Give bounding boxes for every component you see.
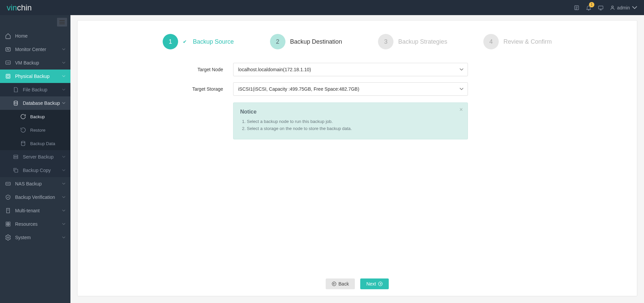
notice-close-button[interactable]: × [459,106,463,113]
nav-label: VM Backup [15,60,62,66]
sidebar: Home Monitor Center VM VM Backup Physica… [0,15,70,303]
nav-label: Monitor Center [15,47,62,52]
nav-monitor-center[interactable]: Monitor Center [0,43,70,56]
nav-label: System [15,235,62,240]
header-right: 1 admin [574,5,637,11]
notice-title: Notice [240,109,461,115]
arrow-left-circle-icon [332,282,336,286]
wizard-step-2[interactable]: 2 Backup Destination [270,34,342,49]
nav-label: Resources [15,221,62,227]
chevron-down-icon [62,61,65,64]
sidebar-toggle[interactable] [57,18,67,27]
wizard-panel: 1 ✔ Backup Source 2 Backup Destination 3… [77,20,637,296]
server-icon [13,154,19,160]
brand-part2: chin [17,3,32,12]
username-label: admin [617,5,630,10]
chevron-down-icon [62,88,65,91]
back-button[interactable]: Back [326,278,355,289]
sidebar-toggle-row [0,15,70,29]
next-button[interactable]: Next [360,278,389,289]
nav-multi-tenant[interactable]: Multi-tenant [0,204,70,217]
wizard-step-4[interactable]: 4 Review & Confirm [483,34,552,49]
tenant-icon [5,208,11,214]
chevron-down-icon [62,48,65,51]
svg-point-16 [14,101,18,102]
nav-db-backup[interactable]: Backup [0,110,70,123]
chevron-down-icon [62,75,65,78]
chevron-down-icon [62,236,65,239]
nav-backup-verification[interactable]: Backup Verification [0,190,70,204]
nas-icon: NAS [5,181,11,187]
notification-bell-icon[interactable]: 1 [586,5,592,11]
step-number: 3 [378,34,393,49]
svg-rect-4 [598,6,603,9]
nav-database-backup[interactable]: Database Backup [0,96,70,110]
resources-icon [5,221,11,227]
svg-rect-30 [6,224,8,226]
nav-label: File Backup [23,87,62,92]
nav-physical-sub: File Backup Database Backup Backup Resto… [0,83,70,177]
step-label: Backup Source [193,38,234,45]
notice-item: Select a backup node to run this backup … [247,119,461,124]
physical-icon [5,73,11,79]
nav-home[interactable]: Home [0,29,70,43]
nav-server-backup[interactable]: Server Backup [0,150,70,164]
copy-icon [13,167,19,173]
gear-icon [5,234,11,241]
nav-resources[interactable]: Resources [0,217,70,231]
main-content: 1 ✔ Backup Source 2 Backup Destination 3… [70,15,644,303]
database-icon [13,100,19,106]
nav-nas-backup[interactable]: NAS NAS Backup [0,177,70,190]
home-icon [5,33,11,39]
nav-label: Backup [30,114,65,119]
display-icon[interactable] [598,5,604,11]
chevron-down-icon [62,182,65,185]
target-node-row: Target Node localhost.localdomain(172.18… [163,63,552,76]
svg-point-17 [21,141,25,143]
form-area: Target Node localhost.localdomain(172.18… [163,63,552,272]
back-label: Back [338,281,349,287]
hamburger-icon [59,20,65,25]
nav-system[interactable]: System [0,231,70,244]
step-label: Backup Strategies [398,38,447,45]
wizard-step-3[interactable]: 3 Backup Strategies [378,34,447,49]
nav-label: Database Backup [23,100,62,106]
user-menu[interactable]: admin [610,5,637,10]
nav-label: Backup Copy [23,168,62,173]
task-list-icon[interactable] [574,5,580,11]
svg-rect-14 [6,74,10,78]
step-number: 4 [483,34,499,49]
svg-rect-31 [8,224,10,226]
chevron-down-icon [62,209,65,212]
nav-label: Restore [30,128,65,133]
wizard-step-1[interactable]: 1 ✔ Backup Source [163,34,234,49]
wizard-steps: 1 ✔ Backup Source 2 Backup Destination 3… [163,34,552,49]
nav-physical-backup[interactable]: Physical Backup [0,70,70,83]
nav-db-data[interactable]: Backup Data [0,137,70,150]
nav-file-backup[interactable]: File Backup [0,83,70,96]
nav-vm-backup[interactable]: VM VM Backup [0,56,70,70]
svg-rect-18 [14,155,18,157]
monitor-icon [5,46,11,52]
target-node-select[interactable]: localhost.localdomain(172.18.1.10) [233,63,468,76]
check-icon: ✔ [183,39,187,44]
notice-item: Select a storage on the node to store th… [247,126,461,131]
nav-label: Backup Data [30,141,65,146]
chevron-down-icon [632,5,637,10]
notification-badge: 1 [589,2,594,7]
svg-point-7 [611,6,613,7]
nav-db-restore[interactable]: Restore [0,123,70,137]
chevron-down-icon [62,222,65,226]
user-icon [610,5,615,10]
main-layout: Home Monitor Center VM VM Backup Physica… [0,15,644,303]
brand-logo[interactable]: vinchin [7,3,32,12]
verify-icon [5,194,11,200]
nav-label: Server Backup [23,154,62,160]
target-storage-select[interactable]: iSCSI1(iSCSI, Capacity :499.75GB, Free S… [233,82,468,96]
nav-label: Multi-tenant [15,208,62,213]
next-label: Next [366,281,376,287]
step-label: Backup Destination [290,38,342,45]
top-header: vinchin 1 admin [0,0,644,15]
nav-label: NAS Backup [15,181,62,186]
nav-backup-copy[interactable]: Backup Copy [0,164,70,177]
